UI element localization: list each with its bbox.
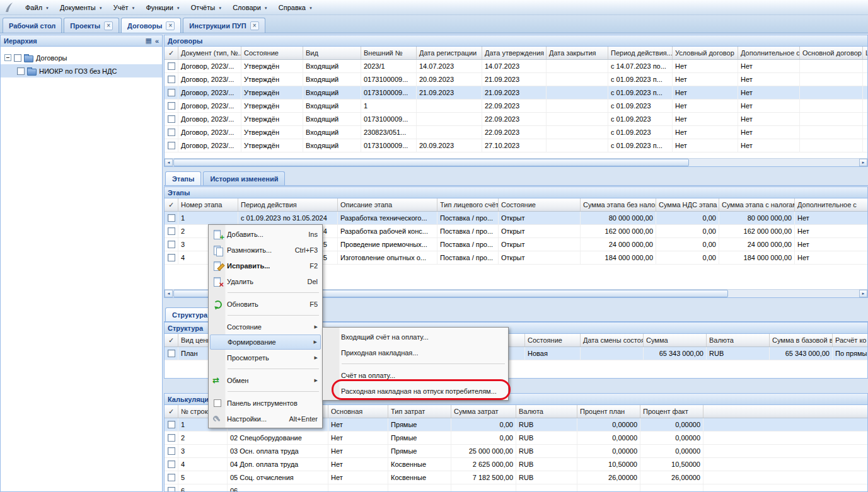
table-row[interactable]: 404 Доп. оплата трудаНетКосвенные2 625 0… <box>165 458 867 471</box>
menu-item-generate[interactable]: Формирование▶ <box>210 335 321 350</box>
tree-node-dogovory[interactable]: Договоры <box>1 51 162 64</box>
menu-item-exchange[interactable]: Обмен▶ <box>210 372 321 388</box>
column-header[interactable]: Условный договор <box>673 47 738 59</box>
column-header[interactable]: Сумма этапа без налогов <box>581 198 656 211</box>
tree-node-niokr[interactable]: НИОКР по ГОЗ без НДС <box>1 64 162 77</box>
menu-item-state[interactable]: Состояние▶ <box>210 319 321 335</box>
table-row[interactable]: Договор, 2023/...УтверждёнВходящий230823… <box>165 126 867 139</box>
column-header[interactable]: Дополнительное с <box>795 198 867 211</box>
column-header[interactable]: Период действия... <box>608 47 673 59</box>
row-checkbox[interactable] <box>168 447 175 455</box>
column-header[interactable]: ✓ <box>165 405 178 418</box>
row-checkbox[interactable] <box>168 115 175 123</box>
column-header[interactable]: Расчёт ко <box>833 334 867 346</box>
table-row[interactable]: 505 Соц. отчисленияНетКосвенные7 182 500… <box>165 471 867 484</box>
column-header[interactable]: Ц <box>863 47 867 59</box>
column-header[interactable]: Процент план <box>577 405 640 418</box>
collapse-panel-button[interactable]: « <box>155 37 159 45</box>
node-checkbox[interactable] <box>14 54 21 62</box>
row-checkbox[interactable] <box>168 254 175 261</box>
table-row[interactable]: 202 СпецоборудованиеНетПрямые0,00RUB0,00… <box>165 432 867 445</box>
workspace-tab-desktop[interactable]: Рабочий стол <box>3 18 62 33</box>
column-header[interactable]: Сумма этапа с налогами <box>719 198 795 211</box>
column-header[interactable]: Документ (тип, №... <box>178 47 241 59</box>
column-header[interactable]: Тип затрат <box>388 405 451 418</box>
menu-item-add[interactable]: Добавить...Ins <box>210 226 321 242</box>
table-row[interactable]: 606 <box>165 484 867 491</box>
column-header[interactable]: Валюта <box>516 405 577 418</box>
column-header[interactable]: Номер этапа <box>178 198 238 211</box>
column-header[interactable]: Сумма НДС этапа <box>656 198 719 211</box>
table-row[interactable]: Договор, 2023/...УтверждёнВходящий017310… <box>165 139 867 152</box>
close-tab-icon[interactable]: × <box>166 21 175 30</box>
horizontal-scrollbar[interactable]: ◄ ► <box>165 158 867 166</box>
row-checkbox[interactable] <box>168 214 175 222</box>
menu-item-delete[interactable]: УдалитьDel <box>210 273 321 289</box>
column-header[interactable]: Дата утверждения <box>482 47 547 59</box>
column-header[interactable]: Состояние <box>525 334 581 346</box>
row-checkbox[interactable] <box>168 434 175 442</box>
scroll-left-button[interactable]: ◄ <box>165 290 173 297</box>
menu-help[interactable]: Справка▼ <box>274 2 318 13</box>
column-header[interactable]: ✓ <box>165 198 178 211</box>
table-row[interactable]: Договор, 2023/...УтверждёнВходящий017310… <box>165 73 867 86</box>
column-header[interactable]: Сумма в базовой в <box>770 334 833 346</box>
menu-dictionaries[interactable]: Словари▼ <box>228 2 274 13</box>
close-tab-icon[interactable]: × <box>104 21 113 30</box>
row-checkbox[interactable] <box>168 241 175 248</box>
menu-item-edit[interactable]: Исправить...F2 <box>210 258 321 273</box>
column-header[interactable]: Дата смены состоя <box>581 334 644 346</box>
row-checkbox[interactable] <box>168 76 175 83</box>
menu-accounting[interactable]: Учёт▼ <box>108 2 141 13</box>
menu-item-view[interactable]: Просмотреть▶ <box>210 350 321 365</box>
column-header[interactable]: Вид <box>303 47 361 59</box>
tab-etapy[interactable]: Этапы <box>165 171 201 185</box>
collapse-node-icon[interactable] <box>4 54 11 61</box>
row-checkbox[interactable] <box>168 129 175 136</box>
scroll-right-button[interactable]: ► <box>859 159 867 166</box>
scroll-right-button[interactable]: ► <box>859 290 867 297</box>
row-checkbox[interactable] <box>168 421 175 428</box>
grid-view-icon[interactable]: ▦ <box>145 37 151 45</box>
menu-item-duplicate[interactable]: Размножить...Ctrl+F3 <box>210 242 321 258</box>
column-header[interactable]: Состояние <box>499 198 581 211</box>
tab-struktura[interactable]: Структура <box>165 307 214 321</box>
row-checkbox[interactable] <box>168 102 175 110</box>
close-tab-icon[interactable]: × <box>250 21 259 30</box>
column-header[interactable]: Внешний № <box>361 47 417 59</box>
scroll-thumb[interactable] <box>173 159 689 166</box>
column-header[interactable]: Основной договор <box>800 47 863 59</box>
menu-item-settings[interactable]: Настройки...Alt+Enter <box>210 411 321 426</box>
row-checkbox[interactable] <box>168 461 175 468</box>
node-checkbox[interactable] <box>17 67 25 75</box>
row-checkbox[interactable] <box>168 487 175 491</box>
row-checkbox[interactable] <box>168 474 175 481</box>
menu-reports[interactable]: Отчёты▼ <box>186 2 228 13</box>
scroll-left-button[interactable]: ◄ <box>165 159 173 166</box>
row-checkbox[interactable] <box>168 89 175 96</box>
table-row[interactable]: Договор, 2023/...УтверждёнВходящий017310… <box>165 113 867 126</box>
tab-istoriya-izmeneniy[interactable]: История изменений <box>203 171 285 185</box>
column-header[interactable]: Валюта <box>707 334 770 346</box>
column-header[interactable]: Процент факт <box>640 405 703 418</box>
row-checkbox[interactable] <box>168 142 175 149</box>
menu-item-incoming-payment-invoice[interactable]: Входящий счёт на оплату... <box>324 329 507 345</box>
column-header[interactable]: Период действия <box>238 198 338 211</box>
column-header[interactable]: Дата регистрации <box>417 47 482 59</box>
column-header[interactable]: Дата закрытия <box>547 47 608 59</box>
workspace-tab-contracts[interactable]: Договоры× <box>121 18 181 33</box>
menu-functions[interactable]: Функции▼ <box>141 2 185 13</box>
table-row[interactable]: Договор, 2023/...УтверждёнВходящий017310… <box>165 86 867 100</box>
row-checkbox[interactable] <box>168 350 175 357</box>
column-header[interactable]: Дополнительное с <box>738 47 800 59</box>
column-header[interactable] <box>703 405 867 418</box>
workspace-tab-projects[interactable]: Проекты× <box>64 18 119 33</box>
menu-file[interactable]: Файл▼ <box>20 2 55 13</box>
menu-item-payment-invoice[interactable]: Счёт на оплату... <box>324 367 507 383</box>
menu-item-incoming-waybill[interactable]: Приходная накладная... <box>324 345 507 360</box>
column-header[interactable]: Сумма затрат <box>451 405 516 418</box>
row-checkbox[interactable] <box>168 62 175 70</box>
row-checkbox[interactable] <box>168 227 175 235</box>
table-row[interactable]: Договор, 2023/...УтверждёнВходящий2023/1… <box>165 60 867 73</box>
menu-item-toolbar-panel[interactable]: Панель инструментов <box>210 395 321 411</box>
